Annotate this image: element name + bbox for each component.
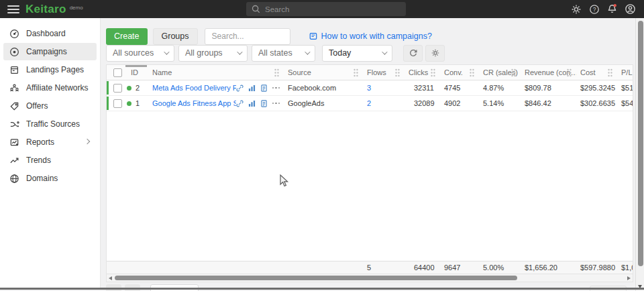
- campaign-source: GoogleAds: [284, 96, 363, 111]
- sidebar-item-label: Trends: [26, 156, 51, 165]
- campaign-link-icon[interactable]: [236, 100, 244, 107]
- campaigns-table: ID Name Source Flows Clicks Conv. CR (sa…: [106, 64, 633, 282]
- states-filter-select[interactable]: All states: [252, 45, 315, 62]
- help-link-label: How to work with campaigns?: [321, 32, 432, 41]
- sidebar-item-offers[interactable]: Offers: [3, 97, 97, 115]
- settings-gear-icon[interactable]: [570, 3, 582, 15]
- campaign-id: 1: [136, 99, 140, 107]
- table-settings-button[interactable]: [425, 45, 445, 62]
- row-actions: [236, 84, 284, 92]
- user-account-icon[interactable]: [625, 3, 636, 15]
- sidebar-item-reports[interactable]: Reports: [3, 133, 97, 151]
- flows-link[interactable]: 2: [367, 99, 371, 107]
- sidebar-item-dashboard[interactable]: Dashboard: [3, 25, 97, 42]
- menu-icon[interactable]: [7, 5, 19, 13]
- column-header-conv[interactable]: Conv.: [440, 65, 479, 80]
- app-logo[interactable]: Keitaro demo: [25, 3, 83, 15]
- status-active-dot: [127, 86, 131, 91]
- sidebar-item-label: Landings Pages: [26, 65, 84, 74]
- sidebar-item-domains[interactable]: Domains: [3, 170, 97, 187]
- flows-link[interactable]: 3: [367, 84, 371, 92]
- column-header-pl[interactable]: P/L (: [617, 65, 633, 80]
- campaign-name-link[interactable]: Google Ads Fitness App Split: [152, 99, 236, 107]
- campaign-stats-icon[interactable]: [248, 100, 256, 107]
- sidebar-item-traffic-sources[interactable]: Traffic Sources: [3, 115, 97, 133]
- more-actions-icon[interactable]: [272, 103, 280, 105]
- conv-value: 4902: [440, 96, 479, 111]
- window-bottom-edge: [0, 288, 644, 290]
- conv-value: 4745: [440, 80, 479, 95]
- groups-filter-select[interactable]: All groups: [178, 45, 248, 62]
- column-header-name[interactable]: Name: [150, 65, 284, 80]
- dashboard-icon: [9, 28, 19, 39]
- sidebar-item-affiliate-networks[interactable]: Affiliate Networks: [3, 79, 97, 97]
- campaign-name-link[interactable]: Meta Ads Food Delivery Promo: [152, 84, 236, 92]
- vertical-scrollbar[interactable]: [635, 18, 644, 291]
- column-drag-handle-icon[interactable]: [511, 68, 517, 78]
- help-icon[interactable]: ?: [588, 3, 600, 15]
- table-empty-area: [107, 111, 633, 261]
- sidebar-item-campaigns[interactable]: Campaigns: [3, 43, 97, 60]
- column-header-id[interactable]: ID: [124, 65, 150, 80]
- total-revenue: $1,656.20: [521, 261, 576, 274]
- sources-filter-select[interactable]: All sources: [106, 45, 174, 62]
- column-drag-handle-icon[interactable]: [469, 68, 475, 78]
- total-conv: 9647: [440, 261, 479, 274]
- column-header-cr-sales[interactable]: CR (sales): [479, 65, 521, 80]
- column-drag-handle-icon[interactable]: [274, 68, 280, 78]
- horizontal-scrollbar[interactable]: [107, 274, 633, 282]
- demo-badge: demo: [70, 5, 83, 11]
- scroll-right-arrow-icon[interactable]: [627, 276, 631, 280]
- sidebar-item-label: Offers: [26, 101, 48, 111]
- column-drag-handle-icon[interactable]: [394, 68, 400, 78]
- traffic-sources-icon: [9, 119, 19, 129]
- chevron-down-icon: [382, 49, 387, 54]
- campaigns-toolbar: Create Groups How to work with campaigns…: [106, 27, 432, 45]
- chevron-down-icon: [237, 49, 242, 54]
- horizontal-scrollbar-thumb[interactable]: [115, 276, 517, 280]
- global-search[interactable]: [246, 2, 406, 16]
- help-article-link[interactable]: How to work with campaigns?: [309, 32, 432, 41]
- campaign-link-icon[interactable]: [236, 84, 244, 92]
- campaign-search-input[interactable]: [205, 28, 290, 45]
- column-header-clicks[interactable]: Clicks: [405, 65, 440, 80]
- sidebar-item-landings-pages[interactable]: Landings Pages: [3, 61, 97, 78]
- svg-text:?: ?: [592, 6, 596, 13]
- column-header-cost[interactable]: Cost: [576, 65, 617, 80]
- column-drag-handle-icon[interactable]: [430, 68, 436, 78]
- row-checkbox[interactable]: [113, 84, 122, 93]
- refresh-button[interactable]: [403, 45, 423, 62]
- campaign-row[interactable]: 2 Meta Ads Food Delivery Promo Facebook.…: [107, 80, 633, 96]
- select-all-checkbox[interactable]: [113, 68, 122, 77]
- column-drag-handle-icon[interactable]: [607, 68, 613, 78]
- campaign-row[interactable]: 1 Google Ads Fitness App Split GoogleAds…: [107, 96, 633, 111]
- sidebar-item-trends[interactable]: Trends: [3, 152, 97, 169]
- create-button[interactable]: Create: [106, 28, 148, 45]
- date-range-select[interactable]: Today: [322, 45, 392, 62]
- more-actions-icon[interactable]: [272, 87, 280, 89]
- vertical-scrollbar-thumb[interactable]: [638, 21, 643, 266]
- notifications-bell-icon[interactable]: [606, 3, 618, 15]
- column-drag-handle-icon[interactable]: [566, 68, 572, 78]
- book-icon: [309, 32, 317, 40]
- sidebar: Dashboard Campaigns Landings Pages Affil…: [0, 18, 101, 288]
- groups-button[interactable]: Groups: [153, 28, 198, 45]
- campaign-stats-icon[interactable]: [248, 84, 256, 92]
- sidebar-item-label: Traffic Sources: [26, 119, 80, 129]
- chevron-down-icon: [305, 49, 310, 54]
- column-header-flows[interactable]: Flows: [363, 65, 405, 80]
- row-checkbox[interactable]: [113, 99, 122, 108]
- campaign-report-icon[interactable]: [260, 84, 268, 92]
- cost-value: $302.6635: [576, 96, 617, 111]
- column-header-revenue[interactable]: Revenue (con…: [521, 65, 576, 80]
- total-pl: $1,05: [617, 261, 633, 274]
- sidebar-item-label: Reports: [26, 137, 54, 147]
- groups-filter-value: All groups: [185, 48, 223, 58]
- states-filter-value: All states: [258, 48, 292, 58]
- global-search-input[interactable]: [265, 5, 386, 13]
- campaign-report-icon[interactable]: [260, 100, 268, 107]
- column-header-source[interactable]: Source: [284, 65, 363, 80]
- column-drag-handle-icon[interactable]: [353, 68, 359, 78]
- scroll-left-arrow-icon[interactable]: [109, 276, 112, 280]
- sidebar-item-label: Dashboard: [26, 29, 66, 38]
